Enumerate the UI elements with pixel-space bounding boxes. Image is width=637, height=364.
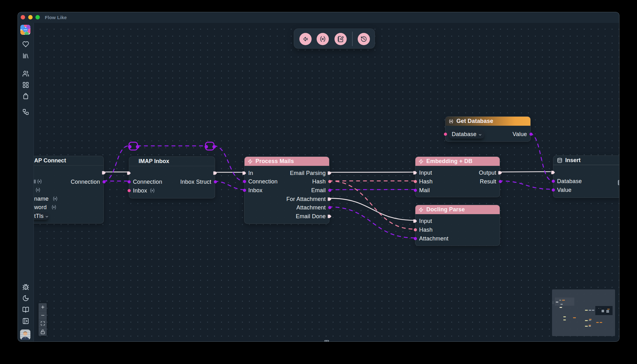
- pin-exec-input[interactable]: [413, 219, 418, 224]
- pin-hash[interactable]: [414, 180, 417, 183]
- pin-inbox[interactable]: [243, 189, 246, 192]
- step-back-button[interactable]: [299, 33, 312, 45]
- pin-exec-unnamed[interactable]: [102, 170, 107, 175]
- reroute-input-pin[interactable]: [128, 145, 132, 148]
- edge-embedding-result-insert-value[interactable]: [499, 181, 552, 189]
- minimap-node: [562, 300, 565, 301]
- pin-label-connection: Connection: [133, 179, 162, 185]
- edge-inboxstruct-processmails-inbox[interactable]: [215, 181, 244, 190]
- reroute-output-pin[interactable]: [213, 145, 216, 148]
- sidebar-item-users[interactable]: [22, 70, 29, 77]
- pin-value[interactable]: [529, 133, 533, 136]
- sidebar-item-store[interactable]: [22, 93, 29, 100]
- chevron-down-icon: [478, 133, 482, 137]
- pin-inbox[interactable]: [128, 189, 131, 192]
- zoom-in-button[interactable]: [39, 303, 47, 311]
- pin-inbox-struct[interactable]: [214, 180, 217, 183]
- pin-exec-email-parsing[interactable]: [327, 171, 332, 175]
- variable-icon: [51, 205, 56, 210]
- minimap-node: [600, 322, 602, 323]
- zoom-out-button[interactable]: [39, 311, 47, 319]
- user-avatar[interactable]: [20, 330, 30, 340]
- reroute-output-pin[interactable]: [136, 145, 140, 148]
- sidebar-item-workflow[interactable]: [22, 108, 29, 115]
- sidebar: [18, 23, 34, 341]
- node-docling-parse[interactable]: Docling ParseInputHashAttachment: [415, 205, 500, 246]
- node-header-divider: [129, 166, 215, 166]
- pin-exec-unnamed[interactable]: [127, 171, 132, 175]
- node-side-grip[interactable]: [618, 180, 619, 185]
- minimap-node: [560, 307, 562, 308]
- pin-database[interactable]: [552, 180, 555, 183]
- node-imap-connect[interactable]: AP ConnectConnectionnamewordtTls: [34, 156, 104, 224]
- minimap-node: [573, 317, 576, 318]
- notes-button[interactable]: [334, 33, 347, 45]
- pin-attachment[interactable]: [328, 206, 331, 209]
- edge-attachment-docling-attachment[interactable]: [329, 207, 414, 238]
- history-button[interactable]: [358, 33, 370, 45]
- pin-label-attachment: Attachment: [419, 235, 449, 242]
- pin-connection[interactable]: [243, 180, 246, 183]
- pin-exec-unnamed[interactable]: [551, 170, 556, 175]
- pin-exec-unnamed[interactable]: [213, 171, 218, 175]
- lock-button[interactable]: [39, 328, 47, 336]
- pin-connection[interactable]: [128, 180, 131, 183]
- node-title: Embedding + DB: [426, 158, 472, 165]
- maximize-window-button[interactable]: [35, 15, 40, 19]
- edge-connection-reroute1[interactable]: [104, 146, 129, 181]
- pin-label-email-done: Email Done: [296, 213, 326, 220]
- edge-exec-forattachment-docling-input[interactable]: [329, 198, 415, 220]
- pin-label-ttls: tTls: [34, 213, 44, 219]
- pin-hash[interactable]: [328, 180, 331, 183]
- app-logo[interactable]: [20, 25, 30, 35]
- edge-hash-docling-hash[interactable]: [329, 181, 414, 229]
- pin-value[interactable]: [552, 188, 555, 192]
- fit-view-button[interactable]: [39, 319, 47, 328]
- titlebar: Flow Like: [18, 12, 619, 23]
- edge-getdatabase-value-insert-database[interactable]: [530, 134, 552, 181]
- pin-database[interactable]: [444, 133, 447, 136]
- minimize-window-button[interactable]: [28, 15, 33, 19]
- pin-hash[interactable]: [414, 228, 417, 231]
- minimap[interactable]: [552, 289, 615, 336]
- zap-icon: [248, 159, 253, 164]
- node-header-insert: Insert: [553, 156, 619, 165]
- sidebar-item-moon[interactable]: [22, 295, 29, 302]
- sidebar-item-bug[interactable]: [22, 284, 29, 291]
- pin-email[interactable]: [328, 189, 331, 192]
- pin-connection[interactable]: [103, 180, 106, 183]
- pin-exec-output[interactable]: [498, 171, 503, 175]
- node-embedding-db[interactable]: Embedding + DBInputOutputHashResultMail: [415, 156, 500, 197]
- node-get-database[interactable]: Get DatabaseDatabaseValue: [445, 116, 531, 142]
- pin-result[interactable]: [499, 180, 502, 183]
- minimap-node: [606, 311, 609, 313]
- pin-exec-in[interactable]: [242, 171, 247, 175]
- pin-exec-email-done[interactable]: [327, 214, 332, 219]
- pin-label-input: Input: [419, 170, 432, 176]
- pin-label-attachment: Attachment: [296, 204, 326, 211]
- pin-attachment[interactable]: [414, 237, 417, 240]
- node-imap-inbox[interactable]: IMAP InboxConnectionInbox StructInbox: [129, 156, 215, 198]
- pin-mail[interactable]: [414, 189, 417, 192]
- sidebar-item-panel-left-open[interactable]: [22, 318, 29, 324]
- grip-handle[interactable]: [34, 179, 36, 184]
- sidebar-item-layout-grid[interactable]: [22, 82, 29, 88]
- node-insert[interactable]: InsertDatabaseValue: [553, 156, 619, 198]
- sidebar-item-library[interactable]: [22, 52, 29, 59]
- variables-button[interactable]: [317, 33, 329, 45]
- edge-reroute2-processmails-connection[interactable]: [214, 146, 244, 181]
- close-window-button[interactable]: [21, 15, 25, 19]
- edge-exec-embedding-output-insert[interactable]: [500, 172, 551, 172]
- pin-label-hash: Hash: [419, 227, 433, 233]
- reroute-1[interactable]: [129, 142, 138, 150]
- node-process-mails[interactable]: Process MailsInEmail ParsingConnectionHa…: [244, 156, 329, 224]
- sidebar-item-heart[interactable]: [22, 41, 29, 48]
- bottom-panel-handle[interactable]: [324, 340, 329, 341]
- pin-exec-input[interactable]: [413, 171, 418, 175]
- reroute-2[interactable]: [205, 142, 214, 150]
- pin-exec-for-attachment[interactable]: [327, 197, 332, 201]
- sidebar-item-book-open[interactable]: [22, 306, 29, 313]
- flow-canvas[interactable]: AP ConnectConnectionnamewordtTlsIMAP Inb…: [34, 23, 619, 341]
- reroute-input-pin[interactable]: [205, 145, 208, 148]
- node-header-divider: [34, 165, 103, 166]
